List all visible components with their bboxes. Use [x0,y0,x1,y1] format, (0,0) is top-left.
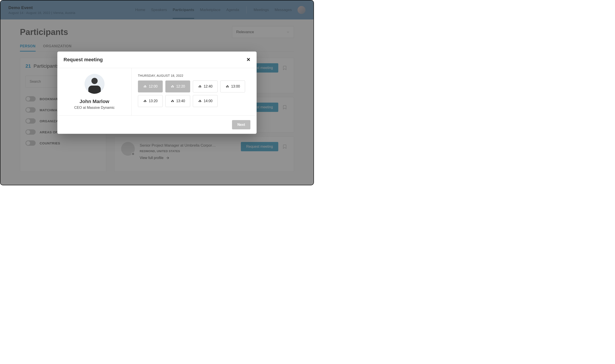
slot-time-label: 13:00 [231,84,240,89]
time-slot-1300[interactable]: 13:00 [220,80,245,92]
slot-time-label: 14:00 [204,99,213,103]
modal-title: Request meeting [64,57,103,63]
request-meeting-modal: Request meeting ✕ John Marlow CEO at Mas… [57,52,257,134]
time-slot-1200: 12:00 [138,80,163,92]
slot-time-label: 13:20 [149,99,158,103]
person-avatar [84,74,105,94]
time-slot-1400[interactable]: 14:00 [193,95,218,107]
time-slot-1320[interactable]: 13:20 [138,95,163,107]
modal-overlay[interactable]: Request meeting ✕ John Marlow CEO at Mas… [0,0,314,185]
handshake-icon [143,84,147,89]
handshake-icon [198,99,202,103]
slot-time-label: 12:40 [204,84,213,89]
modal-person-panel: John Marlow CEO at Massive Dynamic [57,68,132,116]
slot-time-label: 12:00 [149,84,158,89]
close-icon[interactable]: ✕ [246,57,250,63]
slot-time-label: 12:20 [176,84,185,89]
handshake-icon [170,84,175,89]
slot-time-label: 13:40 [176,99,185,103]
slot-date-label: THURSDAY, AUGUST 18, 2022 [138,74,250,78]
time-slot-1220: 12:20 [165,80,190,92]
time-slot-1340[interactable]: 13:40 [165,95,190,107]
time-slot-grid: 12:0012:2012:4013:0013:2013:4014:00 [138,80,250,107]
handshake-icon [198,84,202,89]
person-name: John Marlow [80,99,109,104]
handshake-icon [170,99,175,103]
next-button[interactable]: Next [232,120,250,129]
handshake-icon [225,84,229,89]
time-slot-1240[interactable]: 12:40 [193,80,218,92]
modal-slots-panel: THURSDAY, AUGUST 18, 2022 12:0012:2012:4… [132,68,257,116]
handshake-icon [143,99,147,103]
person-role: CEO at Massive Dynamic [74,106,114,110]
